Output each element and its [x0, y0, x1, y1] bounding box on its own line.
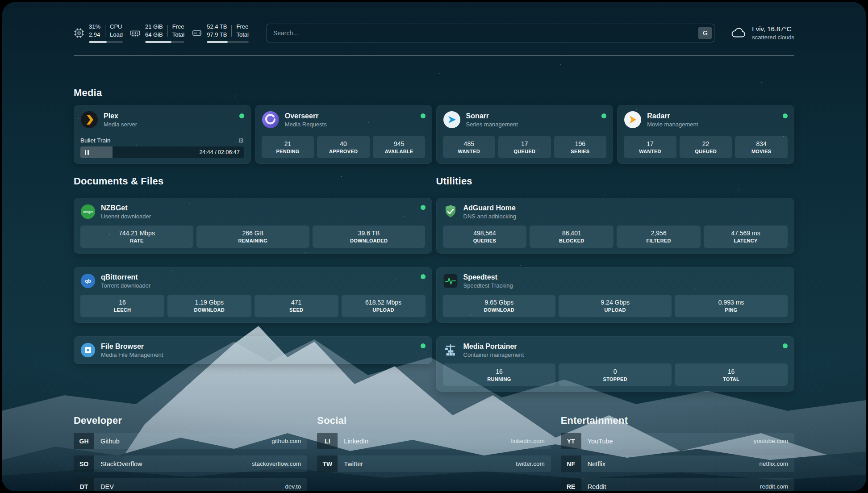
bookmark-url: netflix.com: [759, 460, 788, 467]
app-card-radarr[interactable]: Radarr Movie management 17 WANTED 22 QUE…: [617, 105, 794, 164]
app-name: NZBGet: [101, 204, 151, 212]
status-dot: [421, 274, 426, 279]
bookmark-url: linkedin.com: [511, 438, 545, 444]
middle-sections: Documents & Files nzbget NZBGet Usenet d…: [74, 175, 794, 392]
stat-leech: 16 LEECH: [80, 295, 164, 317]
speedtest-icon: [443, 273, 458, 288]
bookmark-twitter[interactable]: TW Twitter twitter.com: [317, 455, 551, 472]
cloud-icon: [730, 27, 747, 39]
app-card-qbittorrent[interactable]: qb qBittorrent Torrent downloader 16 LEE…: [74, 267, 432, 323]
app-card-filebrowser[interactable]: File Browser Media File Management: [74, 336, 432, 364]
app-card-plex[interactable]: Plex Media server Bullet Train ⚙: [74, 105, 251, 164]
bookmark-name: Reddit: [588, 483, 606, 490]
ram-metric: 21 GiB 64 GiB Free Total: [145, 23, 184, 43]
stat-ping: 0.993 ms PING: [675, 295, 788, 317]
stats-row: 498,564 QUERIES 86,401 BLOCKED 2,956 FIL…: [443, 226, 788, 248]
pause-icon[interactable]: [85, 150, 89, 155]
app-header: AdGuard Home DNS and adblocking: [443, 204, 788, 220]
stats-row: 17 WANTED 22 QUEUED 834 MOVIES: [624, 136, 788, 158]
app-card-nzbget[interactable]: nzbget NZBGet Usenet downloader 744.21 M…: [74, 198, 432, 254]
bookmark-name: Twitter: [344, 460, 363, 468]
status-dot: [421, 343, 426, 348]
divider: [231, 25, 232, 37]
bookmark-reddit[interactable]: RE Reddit reddit.com: [561, 478, 794, 491]
app-name: Media Portainer: [463, 342, 524, 351]
app-card-adguard[interactable]: AdGuard Home DNS and adblocking 498,564 …: [436, 198, 795, 254]
app-subtitle: Movie management: [647, 121, 698, 128]
overseerr-icon: [262, 111, 280, 129]
bookmark-name: DEV: [100, 483, 114, 490]
weather-text: Lviv, 16.87°C scattered clouds: [752, 25, 794, 42]
playback-progress-bar[interactable]: 24:44 / 02:06:47: [80, 146, 244, 158]
app-titles: Overseerr Media Requests: [285, 112, 327, 128]
app-titles: qBittorrent Torrent downloader: [101, 273, 150, 289]
app-card-sonarr[interactable]: Sonarr Series management 485 WANTED 17 Q…: [436, 105, 613, 164]
dashboard-content: 31% 2.94 CPU Load: [74, 2, 794, 491]
app-name: qBittorrent: [101, 273, 150, 281]
status-dot: [783, 343, 788, 348]
app-subtitle: Media server: [104, 121, 137, 128]
stat-wanted: 485 WANTED: [443, 136, 496, 158]
bookmark-netflix[interactable]: NF Netflix netflix.com: [561, 455, 794, 472]
section-heading-developer: Developer: [74, 415, 307, 426]
playback-time: 24:44 / 02:06:47: [199, 149, 239, 155]
status-dot: [239, 113, 244, 118]
app-header: qb qBittorrent Torrent downloader: [80, 273, 426, 289]
svg-text:qb: qb: [85, 279, 91, 284]
bookmark-dev[interactable]: DT DEV dev.to: [74, 478, 307, 491]
app-card-overseerr[interactable]: Overseerr Media Requests 21 PENDING 40 A…: [255, 105, 432, 164]
bookmark-stackoverflow[interactable]: SO StackOverflow stackoverflow.com: [74, 455, 307, 472]
disk-progress-fill: [207, 41, 228, 43]
stat-stopped: 0 STOPPED: [559, 363, 672, 386]
stat-approved: 40 APPROVED: [317, 136, 370, 158]
cpu-widget: 31% 2.94 CPU Load: [74, 23, 123, 43]
status-dot: [421, 113, 426, 118]
app-subtitle: Media File Management: [101, 351, 163, 359]
bookmark-url: reddit.com: [760, 483, 788, 490]
app-card-speedtest[interactable]: Speedtest Speedtest Tracking 9.65 Gbps D…: [436, 267, 795, 323]
bookmark-github[interactable]: GH Github github.com: [74, 433, 307, 449]
search-input[interactable]: [267, 24, 714, 42]
ram-icon: [130, 28, 141, 38]
section-heading-entertainment: Entertainment: [561, 415, 794, 426]
stat-queries: 498,564 QUERIES: [443, 226, 527, 248]
app-name: Sonarr: [466, 112, 518, 120]
bookmark-url: youtube.com: [754, 438, 788, 444]
stat-filtered: 2,956 FILTERED: [617, 226, 701, 248]
disk-metric: 52.4 TB 97.9 TB Free Total: [207, 23, 249, 43]
app-titles: NZBGet Usenet downloader: [101, 204, 151, 220]
bookmark-youtube[interactable]: YT YouTube youtube.com: [561, 433, 794, 449]
search-bar: G: [267, 24, 714, 42]
stat-wanted: 17 WANTED: [624, 136, 676, 158]
app-subtitle: Container management: [463, 351, 524, 359]
bookmark-url: github.com: [271, 438, 301, 444]
bookmark-name: LinkedIn: [344, 438, 368, 445]
bookmark-abbr: SO: [74, 455, 94, 472]
now-playing-title: Bullet Train: [80, 137, 111, 144]
ram-progress-fill: [145, 41, 171, 43]
cpu-progress-bar: [89, 41, 123, 43]
now-playing-row: Bullet Train ⚙: [80, 137, 244, 144]
stat-pending: 21 PENDING: [262, 136, 314, 158]
search-engine-button[interactable]: G: [698, 27, 712, 39]
utilities-section: Utilities AdGuard Home DNS and adblockin…: [436, 175, 795, 392]
app-titles: AdGuard Home DNS and adblocking: [463, 204, 517, 220]
header-divider: [74, 55, 794, 56]
media-section: Media Plex Media server: [74, 87, 794, 164]
app-subtitle: Series management: [466, 121, 518, 128]
developer-section: Developer GH Github github.com SO StackO…: [74, 415, 307, 491]
svg-text:nzbget: nzbget: [83, 210, 93, 214]
bookmark-url: twitter.com: [516, 460, 545, 467]
plex-icon: [80, 111, 98, 129]
gear-icon[interactable]: ⚙: [238, 137, 244, 144]
ram-widget: 21 GiB 64 GiB Free Total: [130, 23, 184, 43]
bookmark-url: stackoverflow.com: [252, 460, 301, 467]
bookmark-linkedin[interactable]: LI LinkedIn linkedin.com: [317, 433, 551, 449]
app-header: Sonarr Series management: [443, 111, 607, 129]
app-card-portainer[interactable]: Media Portainer Container management 16 …: [436, 336, 795, 392]
stat-total: 16 TOTAL: [675, 363, 788, 386]
weather-location: Lviv, 16.87°C: [752, 25, 794, 33]
bookmarks-sections: Developer GH Github github.com SO StackO…: [74, 415, 794, 491]
sonarr-icon: [443, 111, 461, 129]
app-titles: Speedtest Speedtest Tracking: [463, 273, 513, 289]
